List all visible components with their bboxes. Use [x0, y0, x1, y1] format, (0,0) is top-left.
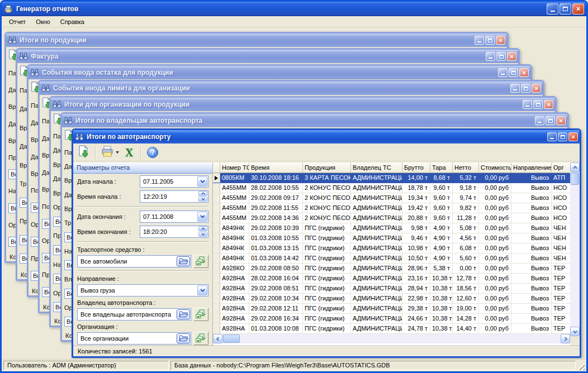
table-row[interactable]: А928НА01.03.2008 10:08ПГС (гидрики)АДМИН…	[213, 324, 570, 334]
print-button[interactable]	[99, 145, 121, 160]
chevron-down-icon[interactable]	[197, 285, 207, 295]
table-row[interactable]: А849НК01.03.2008 14:42ПГС (гидрики)АДМИН…	[213, 254, 570, 264]
child-close-button[interactable]: ×	[556, 116, 566, 125]
column-header-1[interactable]: Номер ТС	[220, 162, 249, 173]
column-header-9[interactable]: Направление	[511, 162, 552, 173]
help-button[interactable]: ?	[144, 145, 161, 160]
maximize-button[interactable]	[559, 3, 571, 15]
child-minimize-button[interactable]	[523, 100, 532, 109]
multi-select-button[interactable]	[193, 255, 208, 268]
child-close-button[interactable]: ×	[544, 100, 553, 109]
child-minimize-button[interactable]	[486, 52, 495, 61]
scroll-down-button[interactable]	[570, 327, 580, 336]
resize-grip[interactable]	[577, 363, 585, 370]
child-maximize-button[interactable]	[521, 84, 530, 93]
child-close-button[interactable]: ×	[496, 36, 505, 45]
end-date-input[interactable]: 07.11.2008	[140, 211, 208, 223]
horizontal-scroll-track[interactable]	[240, 334, 561, 343]
table-row[interactable]: А928КО29.02.2008 08:50ПГС (гидрики)АДМИН…	[213, 264, 570, 274]
end-time-input[interactable]: 18:20:20	[140, 226, 208, 238]
table-row[interactable]: А928НА28.02.2008 16:04ПГС (гидрики)АДМИН…	[213, 274, 570, 284]
child-titlebar[interactable]: События ввода остатка для продукции×	[29, 66, 530, 79]
scroll-up-button[interactable]	[570, 162, 580, 172]
close-button[interactable]: ×	[572, 3, 584, 15]
child-close-button[interactable]: ×	[519, 68, 529, 77]
owner-input[interactable]: Все владельцы автотранспорта	[77, 308, 191, 321]
child-maximize-button[interactable]	[546, 116, 555, 125]
menu-item-help[interactable]: Справка	[55, 17, 89, 26]
child-titlebar[interactable]: Итоги по владельцам автотранспорта×	[62, 114, 567, 127]
table-row[interactable]: А928НА29.02.2008 16:34ПГС (гидрики)АДМИН…	[213, 314, 570, 324]
scroll-left-button[interactable]	[213, 334, 222, 343]
active-window-titlebar[interactable]: Итоги по автотранспорту ×	[73, 130, 580, 144]
column-header-2[interactable]: Время	[249, 162, 303, 173]
table-row[interactable]: А928НА29.02.2008 08:51ПГС (гидрики)АДМИН…	[213, 284, 570, 294]
child-maximize-button[interactable]	[496, 52, 506, 61]
child-titlebar[interactable]: События ввода лимита для организации×	[40, 82, 543, 95]
column-header-8[interactable]: Стоимость	[479, 162, 511, 173]
child-minimize-button[interactable]	[535, 116, 544, 125]
start-date-input[interactable]: 07.11.2005	[140, 175, 208, 188]
time-spinner[interactable]	[198, 191, 207, 202]
scroll-right-button[interactable]	[561, 334, 570, 343]
horizontal-scroll-thumb[interactable]	[223, 334, 240, 343]
child-close-button[interactable]: ×	[532, 84, 541, 93]
table-row[interactable]: А455ММ29.02.2008 09:172 КОНУС ПЕСОКАДМИН…	[213, 193, 570, 203]
table-row[interactable]: А849НК01.03.2008 10:55ПГС (гидрики)АДМИН…	[213, 233, 570, 243]
table-row[interactable]: А849НК29.02.2008 10:39ПГС (гидрики)АДМИН…	[213, 223, 570, 233]
child-minimize-button[interactable]	[510, 84, 520, 93]
child-titlebar[interactable]: Фактура×	[17, 50, 518, 63]
spinner-up-icon[interactable]	[198, 191, 207, 196]
horizontal-scrollbar[interactable]	[213, 334, 570, 343]
vertical-scroll-thumb[interactable]	[571, 173, 579, 185]
minimize-button[interactable]	[547, 3, 558, 15]
column-header-10[interactable]: Орг	[552, 162, 570, 173]
child-minimize-button[interactable]	[475, 36, 484, 45]
multi-select-button[interactable]	[193, 332, 208, 345]
app-titlebar[interactable]: Генератор отчетов ×	[2, 2, 586, 16]
child-titlebar[interactable]: Итоги для организации по продукции×	[51, 98, 555, 111]
table-row[interactable]: А455ММ28.02.2008 10:552 КОНУС ПЕСОКАДМИН…	[213, 183, 570, 193]
table-row[interactable]: А928НА29.02.2008 12:11ПГС (гидрики)АДМИН…	[213, 304, 570, 314]
spinner-down-icon[interactable]	[198, 197, 207, 202]
table-row[interactable]: А455ММ29.02.2008 14:362 КОНУС ПЕСОКАДМИН…	[213, 213, 570, 223]
table-row[interactable]: А928НА29.02.2008 10:34ПГС (гидрики)АДМИН…	[213, 294, 570, 304]
child-minimize-button[interactable]	[498, 68, 508, 77]
table-row[interactable]: 0805КМ30.10.2008 18:163 КАРТА ПЕСОКАДМИН…	[213, 173, 570, 183]
open-folder-button[interactable]	[177, 309, 190, 319]
table-row[interactable]: А455ММ29.02.2008 11:552 КОНУС ПЕСОКАДМИН…	[213, 203, 570, 213]
column-header-7[interactable]: Нетто	[453, 162, 479, 173]
time-spinner[interactable]	[198, 226, 207, 237]
child-close-button[interactable]: ×	[507, 52, 516, 61]
column-header-6[interactable]: Тара	[430, 162, 453, 173]
column-header-4[interactable]: Владелец ТС	[351, 162, 402, 173]
direction-input[interactable]: Вывоз груза	[77, 284, 208, 297]
excel-export-button[interactable]: X	[121, 145, 137, 160]
table-row[interactable]: А849НК01.03.2008 13:15ПГС (гидрики)АДМИН…	[213, 243, 570, 254]
print-dropdown-arrow-icon[interactable]	[116, 151, 119, 154]
child-close-button[interactable]: ×	[568, 132, 578, 141]
child-maximize-button[interactable]	[485, 36, 495, 45]
open-folder-button[interactable]	[177, 256, 190, 266]
vertical-scroll-track[interactable]	[570, 185, 580, 327]
report-window-auto-totals[interactable]: Итоги по автотранспорту × X	[72, 128, 581, 358]
spinner-down-icon[interactable]	[198, 232, 207, 237]
child-maximize-button[interactable]	[509, 68, 518, 77]
build-report-button[interactable]	[75, 145, 92, 160]
child-titlebar[interactable]: Итоги по продукции×	[6, 34, 507, 47]
vertical-scrollbar[interactable]	[570, 162, 580, 346]
child-minimize-button[interactable]	[547, 132, 557, 141]
vehicle-input[interactable]: Все автомобили	[77, 255, 191, 267]
open-folder-button[interactable]	[177, 333, 190, 343]
child-maximize-button[interactable]	[533, 100, 543, 109]
chevron-down-icon[interactable]	[197, 212, 207, 222]
organization-input[interactable]: Все организации	[77, 332, 191, 345]
multi-select-button[interactable]	[193, 308, 208, 321]
child-maximize-button[interactable]	[558, 132, 567, 141]
menu-item-window[interactable]: Окно	[31, 17, 55, 26]
spinner-up-icon[interactable]	[198, 226, 207, 231]
start-time-input[interactable]: 12:20:19	[140, 190, 208, 203]
menu-item-report[interactable]: Отчет	[4, 17, 31, 26]
chevron-down-icon[interactable]	[197, 176, 207, 187]
column-header-5[interactable]: Брутто	[402, 162, 430, 173]
